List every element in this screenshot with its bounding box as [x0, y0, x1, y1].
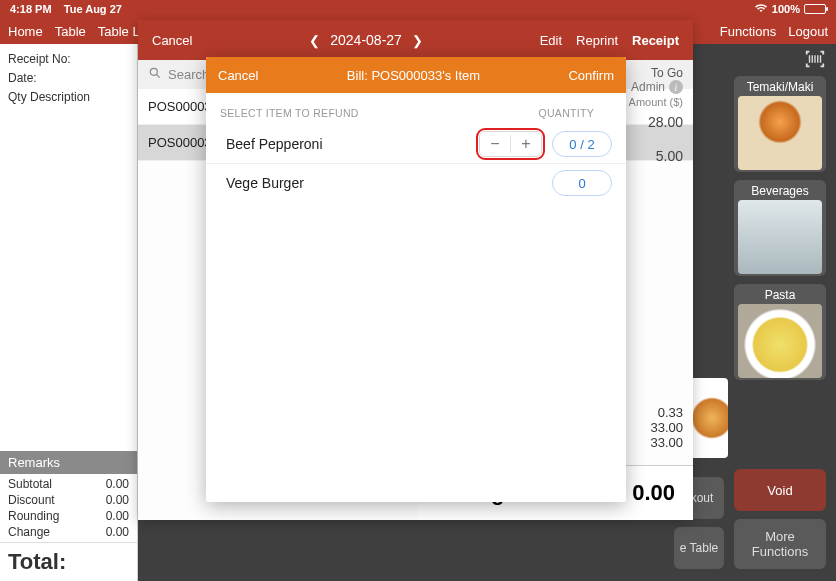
- admin-label: Admin: [631, 80, 665, 94]
- refund-item-modal: Cancel Bill: POS000033's Item Confirm SE…: [206, 57, 626, 502]
- amount-header: Amount ($): [623, 96, 683, 108]
- tile-pasta[interactable]: Pasta: [734, 284, 826, 380]
- discount-label: Discount: [8, 493, 55, 507]
- refund-item-row: Beef Pepperoni − + 0 / 2: [206, 125, 626, 163]
- grand-total-label: Total:: [0, 542, 137, 581]
- quantity-display[interactable]: 0: [552, 170, 612, 196]
- tile-label: Beverages: [736, 184, 824, 198]
- quantity-display[interactable]: 0 / 2: [552, 131, 612, 157]
- remarks-bar[interactable]: Remarks: [0, 451, 137, 474]
- chevron-right-icon[interactable]: ❯: [412, 33, 423, 48]
- refund-confirm-button[interactable]: Confirm: [568, 68, 614, 83]
- beverage-image: [738, 200, 822, 274]
- more-functions-button[interactable]: More Functions: [734, 519, 826, 569]
- refund-item-row: Vege Burger 0: [206, 164, 626, 202]
- svg-point-0: [150, 68, 157, 75]
- nav-table[interactable]: Table: [55, 24, 86, 39]
- status-bar: 4:18 PM Tue Aug 27 100%: [0, 0, 836, 18]
- order-type: To Go: [623, 66, 683, 80]
- search-placeholder: Search: [168, 67, 209, 82]
- subtotal-label: Subtotal: [8, 477, 52, 491]
- side-actions: Void More Functions: [734, 469, 826, 569]
- nav-functions[interactable]: Functions: [720, 24, 776, 39]
- tile-label: Pasta: [736, 288, 824, 302]
- change-val: 0.00: [106, 525, 129, 539]
- select-item-label: SELECT ITEM TO REFUND: [220, 107, 359, 119]
- barcode-scan-icon[interactable]: [804, 48, 826, 75]
- void-button[interactable]: Void: [734, 469, 826, 511]
- tile-beverages[interactable]: Beverages: [734, 180, 826, 276]
- status-left: 4:18 PM Tue Aug 27: [10, 3, 122, 15]
- status-right: 100%: [754, 3, 826, 15]
- reprint-button[interactable]: Reprint: [576, 33, 618, 48]
- discount-val: 0.00: [106, 493, 129, 507]
- change-value: 0.00: [632, 480, 675, 506]
- back-modal-cancel[interactable]: Cancel: [152, 33, 192, 48]
- plus-button[interactable]: +: [511, 131, 541, 157]
- rounding-label: Rounding: [8, 509, 59, 523]
- battery-percent: 100%: [772, 3, 800, 15]
- status-date: Tue Aug 27: [64, 3, 122, 15]
- quantity-stepper: − +: [479, 131, 542, 157]
- date-label: Date:: [8, 69, 129, 88]
- rounding-val: 0.00: [106, 509, 129, 523]
- nav-home[interactable]: Home: [8, 24, 43, 39]
- temaki-image: [738, 96, 822, 170]
- receipt-no-label: Receipt No:: [8, 50, 129, 69]
- pasta-image: [738, 304, 822, 378]
- item-name: Vege Burger: [220, 175, 480, 191]
- search-icon: [148, 66, 162, 83]
- refund-modal-title: Bill: POS000033's Item: [347, 68, 480, 83]
- minus-button[interactable]: −: [480, 131, 510, 157]
- change-label: Change: [8, 525, 50, 539]
- edit-button[interactable]: Edit: [540, 33, 562, 48]
- nav-logout[interactable]: Logout: [788, 24, 828, 39]
- line-amount: 28.00: [623, 114, 683, 130]
- line-amount: 5.00: [623, 148, 683, 164]
- tile-temaki-maki[interactable]: Temaki/Maki: [734, 76, 826, 172]
- receipt-panel: Receipt No: Date: Qty Description Remark…: [0, 44, 138, 581]
- tile-label: Temaki/Maki: [736, 80, 824, 94]
- status-time: 4:18 PM: [10, 3, 52, 15]
- refund-cancel-button[interactable]: Cancel: [218, 68, 258, 83]
- date-display[interactable]: 2024-08-27: [330, 32, 402, 48]
- receipt-button[interactable]: Receipt: [632, 33, 679, 48]
- quantity-header: QUANTITY: [539, 107, 612, 119]
- svg-line-1: [157, 75, 160, 78]
- chevron-left-icon[interactable]: ❮: [309, 33, 320, 48]
- item-name: Beef Pepperoni: [220, 136, 479, 152]
- e-table-button[interactable]: e Table: [674, 527, 724, 569]
- category-tiles: Temaki/Maki Beverages Pasta: [734, 76, 826, 380]
- wifi-icon: [754, 3, 768, 15]
- info-icon[interactable]: i: [669, 80, 683, 94]
- food-thumb[interactable]: [688, 378, 728, 458]
- battery-icon: [804, 4, 826, 14]
- subtotal-val: 0.00: [106, 477, 129, 491]
- qty-desc-label: Qty Description: [8, 88, 129, 107]
